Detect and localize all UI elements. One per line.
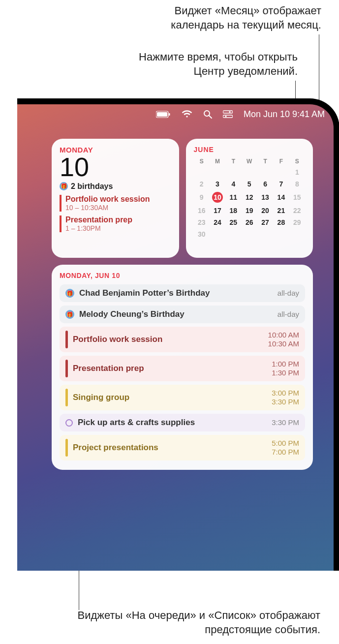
callout-month: Виджет «Месяц» отображает календарь на т…	[124, 4, 321, 32]
list-header: MONDAY, JUN 10	[60, 272, 305, 279]
list-event-row[interactable]: Presentation prep1:00 PM1:30 PM	[60, 356, 305, 381]
device-frame: Mon Jun 10 9:41 AM MONDAY 10 🎁 2 birthda…	[17, 98, 339, 571]
month-day: 30	[194, 228, 210, 240]
month-day: 28	[273, 216, 289, 228]
event-title: Presentation prep	[73, 364, 267, 373]
month-day	[242, 228, 257, 240]
menubar: Mon Jun 10 9:41 AM	[17, 104, 334, 124]
month-dow: W	[242, 156, 257, 166]
month-day: 21	[273, 205, 289, 216]
month-day: 9	[194, 190, 210, 205]
event-color-bar	[65, 331, 68, 348]
list-event-row[interactable]: Project presentations5:00 PM7:00 PM	[60, 435, 305, 460]
spotlight-icon[interactable]	[203, 110, 212, 119]
month-dow: T	[257, 156, 273, 166]
month-day: 1	[289, 166, 305, 178]
month-day	[257, 228, 273, 240]
month-name: JUNE	[194, 146, 306, 153]
event-title: Pick up arts & crafts supplies	[78, 418, 267, 428]
list-event-row[interactable]: Singing group3:00 PM3:30 PM	[60, 385, 305, 410]
month-day: 10	[210, 190, 225, 205]
upnext-event: Portfolio work session 10 – 10:30AM	[60, 195, 171, 212]
event-title: Chad Benjamin Potter’s Birthday	[79, 288, 273, 298]
month-dow: T	[225, 156, 241, 166]
control-center-icon[interactable]	[223, 110, 233, 118]
month-day: 24	[210, 216, 225, 228]
upnext-birthdays-label: 2 birthdays	[71, 182, 113, 191]
battery-icon[interactable]	[156, 111, 171, 118]
month-day: 22	[289, 205, 305, 216]
upnext-birthdays: 🎁 2 birthdays	[60, 182, 171, 191]
month-day: 8	[289, 178, 305, 190]
event-time: 1:00 PM1:30 PM	[272, 360, 299, 377]
callout-list-line	[79, 571, 79, 610]
gift-icon: 🎁	[60, 182, 68, 190]
svg-point-6	[229, 111, 230, 113]
month-day: 12	[242, 190, 257, 205]
month-day: 7	[273, 178, 289, 190]
month-day: 6	[257, 178, 273, 190]
upnext-event-title: Presentation prep	[65, 215, 171, 224]
month-grid: SMTWTFS 12345678910111213141516171819202…	[194, 156, 306, 240]
widgets-area: MONDAY 10 🎁 2 birthdays Portfolio work s…	[52, 139, 313, 470]
event-time: all-day	[277, 310, 299, 319]
month-day: 2	[194, 178, 210, 190]
month-day: 17	[210, 205, 225, 216]
month-day	[273, 166, 289, 178]
upnext-event-title: Portfolio work session	[65, 195, 171, 204]
event-title: Project presentations	[73, 443, 267, 453]
event-color-bar	[65, 389, 68, 406]
month-day: 5	[242, 178, 257, 190]
list-event-row[interactable]: 🎁Melody Cheung’s Birthdayall-day	[60, 306, 305, 323]
svg-rect-1	[157, 112, 167, 117]
svg-rect-2	[169, 113, 170, 116]
list-event-row[interactable]: 🎁Chad Benjamin Potter’s Birthdayall-day	[60, 284, 305, 302]
month-day: 3	[210, 178, 225, 190]
calendar-upnext-widget[interactable]: MONDAY 10 🎁 2 birthdays Portfolio work s…	[52, 139, 179, 258]
event-title: Singing group	[73, 393, 267, 402]
month-day: 16	[194, 205, 210, 216]
calendar-list-widget[interactable]: MONDAY, JUN 10 🎁Chad Benjamin Potter’s B…	[52, 265, 313, 470]
month-dow: S	[194, 156, 210, 166]
month-dow: S	[289, 156, 305, 166]
event-time: 5:00 PM7:00 PM	[272, 439, 299, 457]
event-time: all-day	[277, 289, 299, 298]
gift-icon: 🎁	[65, 289, 74, 298]
upnext-event: Presentation prep 1 – 1:30PM	[60, 215, 171, 232]
upnext-date: 10	[60, 155, 171, 179]
callout-time: Нажмите время, чтобы открыть Центр уведо…	[125, 50, 298, 78]
wifi-icon[interactable]	[182, 110, 192, 118]
month-day: 26	[242, 216, 257, 228]
month-day	[210, 166, 225, 178]
list-event-row[interactable]: Pick up arts & crafts supplies3:30 PM	[60, 414, 305, 431]
month-day: 11	[225, 190, 241, 205]
upnext-event-time: 10 – 10:30AM	[65, 204, 171, 212]
svg-line-4	[209, 116, 212, 118]
callout-list: Виджеты «На очереди» и «Список» отобража…	[45, 609, 320, 637]
month-day	[273, 228, 289, 240]
event-title: Melody Cheung’s Birthday	[79, 309, 273, 319]
month-dow: F	[273, 156, 289, 166]
month-day: 23	[194, 216, 210, 228]
month-day: 19	[242, 205, 257, 216]
event-time: 3:00 PM3:30 PM	[272, 389, 299, 406]
event-time: 3:30 PM	[272, 418, 299, 427]
list-event-row[interactable]: Portfolio work session10:00 AM10:30 AM	[60, 327, 305, 352]
event-color-bar	[65, 439, 68, 457]
month-day: 29	[289, 216, 305, 228]
upnext-event-time: 1 – 1:30PM	[65, 224, 171, 232]
month-day: 13	[257, 190, 273, 205]
month-day	[225, 228, 241, 240]
svg-rect-7	[223, 115, 233, 118]
menubar-datetime[interactable]: Mon Jun 10 9:41 AM	[244, 109, 325, 120]
month-day: 14	[273, 190, 289, 205]
month-day	[289, 228, 305, 240]
event-title: Portfolio work session	[73, 335, 263, 344]
desktop: Mon Jun 10 9:41 AM MONDAY 10 🎁 2 birthda…	[17, 104, 334, 571]
month-day: 20	[257, 205, 273, 216]
month-day: 15	[289, 190, 305, 205]
month-dow: M	[210, 156, 225, 166]
month-day	[194, 166, 210, 178]
calendar-month-widget[interactable]: JUNE SMTWTFS 123456789101112131415161718…	[186, 139, 313, 258]
month-day	[257, 166, 273, 178]
